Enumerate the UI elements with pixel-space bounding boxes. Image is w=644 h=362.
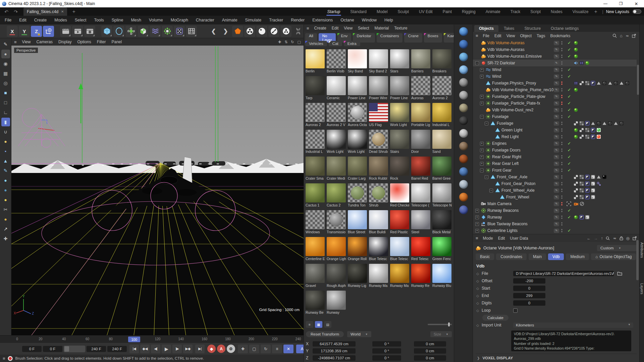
magnet-icon[interactable]: ∪ bbox=[1, 127, 10, 136]
current-frame-marker[interactable]: 100 bbox=[128, 337, 140, 342]
popout-icon[interactable] bbox=[632, 34, 636, 38]
object-row[interactable]: +Rear Gear Right✎✓ bbox=[473, 154, 637, 160]
layout-tab-script[interactable]: Script bbox=[530, 9, 541, 14]
timeline-ruler[interactable]: 020406080100120140160180200220240100 bbox=[0, 335, 304, 343]
menu-file[interactable]: File bbox=[5, 18, 11, 22]
object-row[interactable]: Vdb Volume-Dust_rev2✎✓ bbox=[473, 107, 637, 113]
menu-character[interactable]: Character bbox=[196, 18, 214, 22]
material-item[interactable]: Barrel Red bbox=[411, 157, 431, 183]
material-item[interactable]: Power Wire bbox=[369, 76, 389, 103]
layer-pencil-icon[interactable]: ✎ bbox=[554, 222, 559, 226]
nav-forward-icon[interactable]: ❯ bbox=[220, 26, 231, 37]
octane-preset-icon[interactable] bbox=[459, 91, 468, 100]
sphere-teal-icon[interactable]: ● bbox=[1, 186, 10, 194]
material-menu-create[interactable]: Create bbox=[314, 26, 326, 31]
material-item[interactable]: Dead Shrub bbox=[369, 130, 389, 157]
phong-tag-icon[interactable] bbox=[585, 134, 590, 139]
octane-preset-icon[interactable] bbox=[459, 53, 468, 61]
list-view-icon[interactable]: ≡ bbox=[306, 321, 313, 328]
phong-tag-icon[interactable] bbox=[585, 128, 590, 132]
add-layout-button[interactable]: ＋ bbox=[593, 8, 598, 15]
menu-mograph[interactable]: MoGraph bbox=[171, 18, 188, 22]
filter-icon[interactable]: ≂ bbox=[626, 34, 629, 38]
end-input[interactable]: 299 bbox=[513, 293, 545, 298]
texture-green-ball-tag[interactable] bbox=[585, 61, 590, 65]
octane-preset-icon[interactable] bbox=[459, 155, 468, 163]
attr-search-icon[interactable] bbox=[606, 236, 610, 240]
new-document-button[interactable]: ＋ bbox=[71, 8, 76, 15]
enabled-check[interactable]: ✓ bbox=[567, 41, 572, 45]
ring-select-icon[interactable]: ◎ bbox=[1, 79, 10, 87]
red-texture-tag-icon[interactable] bbox=[596, 134, 601, 139]
material-item[interactable]: Barriers bbox=[411, 49, 431, 76]
layer-pencil-icon[interactable]: ✎ bbox=[554, 182, 559, 186]
knife-tool-icon[interactable]: ✂ bbox=[1, 205, 10, 214]
sphere-yellow-icon[interactable]: ● bbox=[1, 137, 10, 146]
filter-chip-crane[interactable]: Crane bbox=[404, 33, 422, 43]
toggle-view-icon[interactable]: ▢ bbox=[298, 40, 301, 44]
xpresso-tag-icon[interactable] bbox=[579, 61, 584, 65]
visibility-dots[interactable] bbox=[561, 222, 562, 226]
octane-preset-icon[interactable] bbox=[459, 104, 468, 112]
polygon-selection-tag-icon[interactable] bbox=[608, 81, 612, 85]
layout-tab-nodes[interactable]: Nodes bbox=[551, 9, 562, 14]
attribute-menu-edit[interactable]: Edit bbox=[498, 236, 505, 241]
y-axis-button[interactable]: Y bbox=[19, 26, 30, 37]
enabled-check[interactable]: ✓ bbox=[567, 94, 572, 99]
lock-icon[interactable] bbox=[620, 236, 623, 240]
phong-tag-icon[interactable] bbox=[579, 195, 584, 199]
material-texture-tag-icon[interactable] bbox=[591, 181, 595, 186]
material-item[interactable]: Ceramic bbox=[327, 76, 347, 103]
up-arrow-icon[interactable]: ↑ bbox=[601, 236, 603, 241]
object-row[interactable]: Vdb Volume-Auroras✎✓ bbox=[473, 46, 637, 53]
visibility-dots[interactable] bbox=[561, 142, 562, 145]
viewport-menu-filter[interactable]: Filter bbox=[97, 40, 106, 44]
material-item[interactable]: Stars bbox=[390, 49, 410, 76]
visibility-dots[interactable] bbox=[561, 135, 562, 138]
thumbnail-size-slider[interactable] bbox=[428, 324, 452, 325]
layer-pencil-icon[interactable]: ✎ bbox=[554, 121, 559, 126]
object-row[interactable]: Vdb Volume-Auroras.Emissive✎✓ bbox=[473, 53, 637, 60]
enabled-check[interactable]: ✓ bbox=[567, 155, 572, 159]
xpresso-tag-icon[interactable] bbox=[574, 81, 578, 85]
octane-swirl-icon[interactable] bbox=[292, 26, 304, 37]
object-menu-object[interactable]: Object bbox=[520, 34, 532, 38]
go-to-end-icon[interactable]: ▶| bbox=[195, 345, 205, 353]
expander-icon[interactable]: + bbox=[475, 229, 479, 233]
material-item[interactable]: Cactus 1 bbox=[306, 183, 326, 210]
octane-preset-icon[interactable] bbox=[459, 205, 468, 214]
preset-dropdown[interactable]: Custom▼ bbox=[597, 245, 637, 251]
redo-icon[interactable]: ↷ bbox=[13, 9, 19, 14]
add-spline-circle-icon[interactable] bbox=[113, 26, 124, 37]
enabled-check[interactable]: ✓ bbox=[567, 101, 572, 106]
attr-popout-icon[interactable] bbox=[633, 236, 637, 240]
visibility-dots[interactable] bbox=[561, 41, 562, 45]
material-texture-tag-icon[interactable] bbox=[585, 215, 590, 220]
object-menu-tags[interactable]: Tags bbox=[537, 34, 545, 38]
layer-pencil-icon[interactable]: ✎ bbox=[554, 115, 559, 119]
object-row[interactable]: Front_Gear_Piston✎ bbox=[473, 180, 637, 187]
object-tab-octane-settings[interactable]: Octane settings bbox=[546, 25, 583, 32]
enabled-check[interactable]: ✓ bbox=[567, 148, 572, 153]
object-row[interactable]: +Rear Gear Left✎✓ bbox=[473, 160, 637, 167]
layer-pencil-icon[interactable]: ✎ bbox=[554, 88, 559, 92]
cube-mode-icon[interactable]: ■ bbox=[1, 88, 10, 97]
octane-preset-icon[interactable] bbox=[459, 180, 468, 189]
key-rotation-icon[interactable]: ↻ bbox=[261, 345, 271, 353]
render-settings-icon[interactable] bbox=[84, 26, 95, 37]
material-texture-tag-icon[interactable] bbox=[591, 195, 595, 199]
object-row[interactable]: Vdb Volume-Auroras✎✓ bbox=[473, 40, 637, 46]
visibility-dots[interactable] bbox=[561, 102, 562, 105]
field-force-icon[interactable] bbox=[150, 26, 161, 37]
filter-chip-containers[interactable]: Containers bbox=[377, 33, 403, 43]
next-key-icon[interactable]: ▶◆ bbox=[183, 345, 193, 353]
expander-icon[interactable]: + bbox=[480, 75, 484, 78]
layout-tab-track[interactable]: Track bbox=[511, 9, 521, 14]
object-row[interactable]: +Runway Beacons✎✓ bbox=[473, 207, 637, 214]
material-item[interactable]: Door bbox=[411, 130, 431, 157]
object-row[interactable]: Fuselage.Physics_Proxy✎ bbox=[473, 80, 637, 86]
attribute-menu-user-data[interactable]: User Data bbox=[510, 236, 528, 241]
volume-builder-icon[interactable] bbox=[138, 26, 149, 37]
material-item[interactable]: Shrub bbox=[369, 183, 389, 210]
layer-pencil-icon[interactable]: ✎ bbox=[554, 135, 559, 139]
